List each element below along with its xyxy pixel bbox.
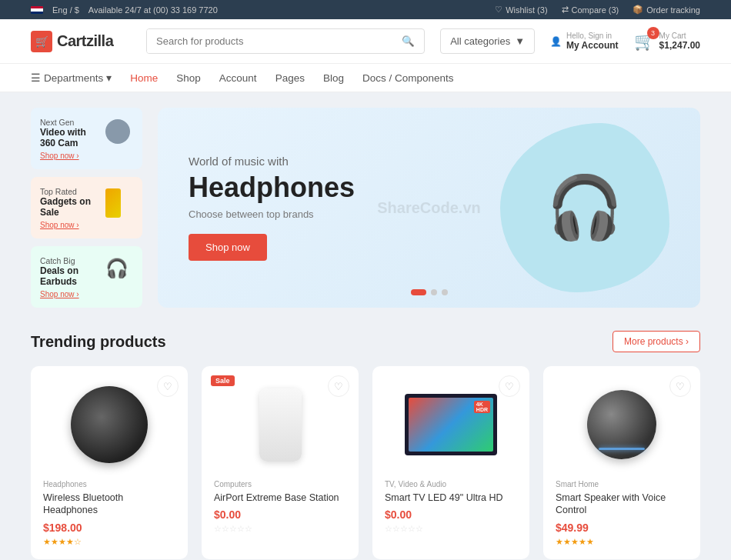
product-price: $49.99 bbox=[556, 522, 688, 534]
hero-dots bbox=[411, 289, 448, 295]
cart-button[interactable]: 🛒 3 My Cart $1,247.00 bbox=[634, 32, 700, 52]
cart-amount: $1,247.00 bbox=[659, 40, 700, 51]
product-image bbox=[556, 378, 688, 471]
phone-text: Available 24/7 at (00) 33 169 7720 bbox=[88, 5, 218, 15]
dot-2[interactable] bbox=[431, 289, 437, 295]
top-bar-left: Eng / $ Available 24/7 at (00) 33 169 77… bbox=[31, 5, 218, 15]
product-price: $198.00 bbox=[43, 522, 175, 534]
wishlist-button[interactable]: ♡ bbox=[499, 375, 520, 397]
tv-screen: 4KHDR bbox=[409, 398, 493, 452]
hero-shop-button[interactable]: Shop now bbox=[189, 234, 267, 261]
cart-badge: 3 bbox=[647, 27, 659, 39]
product-card: ♡ 4KHDR TV, Video & Audio Smart TV LED 4… bbox=[372, 366, 529, 559]
brand-name: Cartzilla bbox=[57, 32, 113, 50]
product-card: ♡ Smart Home Smart Speaker with Voice Co… bbox=[543, 366, 700, 559]
earbuds-icon: 🎧 bbox=[105, 258, 136, 296]
product-category: Headphones bbox=[43, 480, 175, 488]
logo[interactable]: 🛒 Cartzilla bbox=[31, 31, 131, 52]
product-name: AirPort Extreme Base Station bbox=[214, 492, 346, 504]
hero-subtitle: World of music with bbox=[189, 155, 355, 168]
products-grid: ♡ Headphones Wireless Bluetooth Headphon… bbox=[31, 366, 700, 559]
wishlist-link[interactable]: ♡ Wishlist (3) bbox=[495, 5, 547, 15]
nav-home[interactable]: Home bbox=[130, 72, 158, 84]
category-label: All categories bbox=[450, 35, 510, 47]
product-stars: ★★★★★ bbox=[556, 537, 688, 547]
product-name: Wireless Bluetooth Headphones bbox=[43, 492, 175, 517]
product-name: Smart TV LED 49" Ultra HD bbox=[385, 492, 517, 504]
phone-icon bbox=[105, 188, 136, 227]
product-stars: ☆☆☆☆☆ bbox=[385, 524, 517, 534]
trending-section: Trending products More products › ♡ Head… bbox=[0, 323, 731, 560]
hero-content: World of music with Headphones Choose be… bbox=[189, 155, 355, 262]
search-input[interactable] bbox=[147, 29, 392, 53]
watermark: ShareCode.vn bbox=[377, 199, 480, 217]
more-products-button[interactable]: More products › bbox=[613, 331, 700, 352]
product-card: ♡ Headphones Wireless Bluetooth Headphon… bbox=[31, 366, 188, 559]
product-price: $0.00 bbox=[214, 508, 346, 521]
compare-link[interactable]: ⇄ Compare (3) bbox=[562, 5, 619, 15]
main-content: Next Gen Video with360 Cam Shop now › To… bbox=[0, 92, 731, 323]
category-dropdown[interactable]: All categories ▼ bbox=[440, 28, 535, 54]
hero-image: 🎧 bbox=[500, 108, 669, 308]
wishlist-button[interactable]: ♡ bbox=[157, 375, 179, 397]
hero-person: 🎧 bbox=[508, 131, 662, 285]
hero-description: Choose between top brands bbox=[189, 208, 355, 220]
language-selector[interactable]: Eng / $ bbox=[52, 5, 79, 15]
camera-icon bbox=[105, 119, 136, 158]
4k-badge: 4KHDR bbox=[474, 401, 490, 413]
product-image: 4KHDR bbox=[385, 378, 517, 471]
cart-label: My Cart bbox=[659, 32, 700, 40]
product-name: Smart Speaker with Voice Control bbox=[556, 492, 688, 517]
header-actions: 👤 Hello, Sign in My Account 🛒 3 My Cart … bbox=[550, 32, 700, 52]
product-category: TV, Video & Audio bbox=[385, 480, 517, 488]
side-banner-gadgets: Top Rated Gadgets onSale Shop now › bbox=[31, 177, 142, 238]
product-category: Computers bbox=[214, 480, 346, 488]
logo-icon: 🛒 bbox=[31, 31, 52, 52]
nav: ☰ Departments ▾ Home Shop Account Pages … bbox=[0, 64, 731, 92]
hero-blob: 🎧 bbox=[500, 123, 669, 292]
nav-docs[interactable]: Docs / Components bbox=[362, 72, 454, 84]
order-tracking-link[interactable]: 📦 Order tracking bbox=[633, 5, 700, 15]
nav-shop[interactable]: Shop bbox=[176, 72, 201, 84]
departments-menu[interactable]: ☰ Departments ▾ bbox=[31, 72, 112, 84]
account-info: Hello, Sign in My Account bbox=[566, 32, 619, 51]
dot-1[interactable] bbox=[411, 289, 426, 295]
departments-label: Departments bbox=[44, 72, 103, 84]
cart-info: My Cart $1,247.00 bbox=[659, 32, 700, 51]
product-image bbox=[43, 378, 175, 471]
menu-icon: ☰ bbox=[31, 72, 41, 84]
wishlist-button[interactable]: ♡ bbox=[669, 375, 691, 397]
product-category: Smart Home bbox=[556, 480, 688, 488]
top-bar: Eng / $ Available 24/7 at (00) 33 169 77… bbox=[0, 0, 731, 19]
nav-blog[interactable]: Blog bbox=[323, 72, 344, 84]
top-bar-right: ♡ Wishlist (3) ⇄ Compare (3) 📦 Order tra… bbox=[495, 5, 700, 15]
side-banner-earbuds: Catch Big Deals onEarbuds Shop now › 🎧 bbox=[31, 246, 142, 308]
side-banner-video: Next Gen Video with360 Cam Shop now › bbox=[31, 108, 142, 169]
side-banners: Next Gen Video with360 Cam Shop now › To… bbox=[31, 108, 142, 308]
account-greeting: Hello, Sign in bbox=[566, 32, 619, 40]
section-title: Trending products bbox=[31, 333, 166, 351]
wishlist-button[interactable]: ♡ bbox=[328, 375, 349, 397]
search-button[interactable]: 🔍 bbox=[392, 29, 424, 53]
my-account-label: My Account bbox=[566, 40, 619, 51]
user-icon: 👤 bbox=[550, 36, 562, 47]
product-image bbox=[214, 378, 346, 471]
product-card: Sale ♡ Computers AirPort Extreme Base St… bbox=[202, 366, 359, 559]
tv-visual: 4KHDR bbox=[405, 394, 497, 455]
account-link[interactable]: 👤 Hello, Sign in My Account bbox=[550, 32, 619, 51]
product-stars: ☆☆☆☆☆ bbox=[214, 524, 346, 534]
product-stars: ★★★★☆ bbox=[43, 537, 175, 547]
dot-3[interactable] bbox=[442, 289, 448, 295]
flag-icon bbox=[31, 6, 43, 14]
chevron-down-icon: ▼ bbox=[515, 35, 525, 47]
product-price: $0.00 bbox=[385, 508, 517, 521]
nav-pages[interactable]: Pages bbox=[275, 72, 305, 84]
sale-badge: Sale bbox=[211, 375, 235, 386]
chevron-down-icon: ▾ bbox=[106, 72, 112, 84]
nav-account[interactable]: Account bbox=[219, 72, 257, 84]
hero-banner: World of music with Headphones Choose be… bbox=[158, 108, 700, 308]
search-bar: 🔍 bbox=[146, 28, 425, 54]
section-header: Trending products More products › bbox=[31, 331, 700, 352]
cart-icon-wrap: 🛒 3 bbox=[634, 32, 655, 52]
hero-title: Headphones bbox=[189, 172, 355, 203]
